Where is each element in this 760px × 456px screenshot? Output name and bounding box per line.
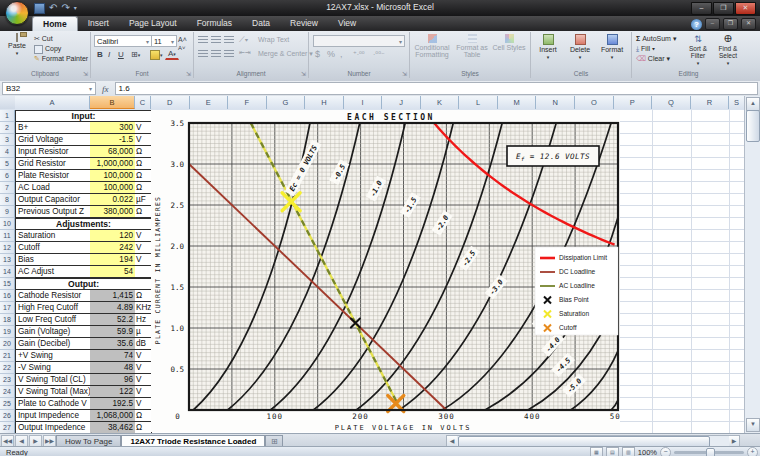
param-unit-cell[interactable]: Hz bbox=[135, 314, 152, 326]
column-header-S[interactable]: S bbox=[729, 96, 745, 109]
column-header-N[interactable]: N bbox=[537, 96, 576, 109]
row-header-9[interactable]: 9 bbox=[0, 206, 15, 218]
row-header-12[interactable]: 12 bbox=[0, 242, 15, 254]
worksheet-grid[interactable]: 1234567891011121314151617181920212223242… bbox=[0, 110, 745, 433]
param-value-cell[interactable]: 192.5 bbox=[90, 398, 136, 410]
indent-icons[interactable]: ⇤⇥ bbox=[239, 49, 251, 57]
row-header-24[interactable]: 24 bbox=[0, 386, 15, 398]
param-label-cell[interactable]: Output Capacitor bbox=[15, 194, 91, 206]
font-name-combo[interactable]: Calibri▾ bbox=[94, 35, 152, 47]
qat-dropdown-icon[interactable]: ▾ bbox=[74, 3, 77, 13]
param-unit-cell[interactable]: V bbox=[135, 386, 152, 398]
column-header-E[interactable]: E bbox=[190, 96, 229, 109]
percent-style-icon[interactable]: % bbox=[327, 49, 335, 59]
param-unit-cell[interactable]: Ω bbox=[135, 410, 152, 422]
param-label-cell[interactable]: Gain (Voltage) bbox=[15, 326, 91, 338]
row-header-10[interactable]: 10 bbox=[0, 218, 15, 230]
undo-icon[interactable]: ↶ bbox=[49, 3, 57, 13]
param-value-cell[interactable]: 68,000 bbox=[90, 146, 136, 158]
param-value-cell[interactable]: 52.2 bbox=[90, 314, 136, 326]
param-label-cell[interactable]: V Swing Total (Max) bbox=[15, 386, 91, 398]
param-unit-cell[interactable]: V bbox=[135, 374, 152, 386]
param-unit-cell[interactable]: KHz bbox=[135, 302, 152, 314]
column-header-C[interactable]: C bbox=[135, 96, 151, 109]
zoom-slider[interactable] bbox=[674, 451, 744, 454]
param-value-cell[interactable]: 96 bbox=[90, 374, 136, 386]
param-value-cell[interactable]: 38,462 bbox=[90, 422, 136, 433]
param-value-cell[interactable]: 100,000 bbox=[90, 170, 136, 182]
font-size-combo[interactable]: 11▾ bbox=[151, 35, 177, 47]
param-label-cell[interactable]: Plate to Cathode V bbox=[15, 398, 91, 410]
param-value-cell[interactable]: 120 bbox=[90, 230, 136, 242]
underline-button[interactable]: U bbox=[115, 49, 127, 61]
column-header-B[interactable]: B bbox=[90, 96, 135, 109]
row-header-11[interactable]: 11 bbox=[0, 230, 15, 242]
row-header-13[interactable]: 13 bbox=[0, 254, 15, 266]
param-value-cell[interactable]: 59.9 bbox=[90, 326, 136, 338]
row-header-26[interactable]: 26 bbox=[0, 410, 15, 422]
param-value-cell[interactable]: 54 bbox=[90, 266, 136, 278]
column-header-I[interactable]: I bbox=[344, 96, 383, 109]
align-top-icon[interactable] bbox=[198, 36, 208, 44]
row-header-4[interactable]: 4 bbox=[0, 146, 15, 158]
param-value-cell[interactable]: 1,415 bbox=[90, 290, 136, 302]
param-label-cell[interactable]: Cutoff bbox=[15, 242, 91, 254]
bold-button[interactable]: B bbox=[94, 49, 106, 61]
tube-curves-chart[interactable]: Ec = 0 VOLTS-0.5-1.0-1.5-2.0-2.5-3.0-3.5… bbox=[151, 110, 620, 432]
row-header-21[interactable]: 21 bbox=[0, 350, 15, 362]
name-box[interactable]: B32▾ bbox=[2, 82, 96, 95]
param-label-cell[interactable]: V Swing Total (CL) bbox=[15, 374, 91, 386]
row-header-27[interactable]: 27 bbox=[0, 422, 15, 433]
param-label-cell[interactable]: Grid Voltage bbox=[15, 134, 91, 146]
help-icon[interactable]: ? bbox=[691, 19, 702, 30]
column-header-L[interactable]: L bbox=[459, 96, 498, 109]
align-left-icon[interactable] bbox=[198, 50, 208, 58]
ribbon-tab-view[interactable]: View bbox=[328, 16, 366, 31]
row-header-18[interactable]: 18 bbox=[0, 314, 15, 326]
page-layout-view-icon[interactable]: ▤ bbox=[606, 447, 619, 456]
param-value-cell[interactable]: 1,068,000 bbox=[90, 410, 136, 422]
section-header-row-15[interactable]: Output: bbox=[15, 278, 152, 290]
param-unit-cell[interactable]: Ω bbox=[135, 170, 152, 182]
fill-color-button[interactable]: ▾ bbox=[147, 49, 166, 61]
column-header-A[interactable]: A bbox=[15, 96, 90, 109]
param-label-cell[interactable]: +V Swing bbox=[15, 350, 91, 362]
param-unit-cell[interactable]: V bbox=[135, 362, 152, 374]
param-value-cell[interactable]: 380,000 bbox=[90, 206, 136, 218]
ribbon-tab-review[interactable]: Review bbox=[280, 16, 328, 31]
ribbon-tab-data[interactable]: Data bbox=[242, 16, 280, 31]
format-cells-button[interactable]: Format▾ bbox=[597, 34, 627, 60]
row-header-22[interactable]: 22 bbox=[0, 362, 15, 374]
column-header-G[interactable]: G bbox=[267, 96, 306, 109]
font-dialog-launcher[interactable]: ⇲ bbox=[186, 70, 191, 77]
param-unit-cell[interactable]: Ω bbox=[135, 206, 152, 218]
zoom-level[interactable]: 100% bbox=[638, 448, 657, 456]
zoom-slider-thumb[interactable] bbox=[706, 448, 715, 456]
param-unit-cell[interactable]: Ω bbox=[135, 290, 152, 302]
param-label-cell[interactable]: Input Resistor bbox=[15, 146, 91, 158]
wrap-text-button[interactable]: Wrap Text bbox=[258, 36, 289, 43]
clear-button[interactable]: ⌫ Clear ▾ bbox=[636, 55, 670, 63]
param-label-cell[interactable]: AC Load bbox=[15, 182, 91, 194]
ribbon-tab-formulas[interactable]: Formulas bbox=[187, 16, 242, 31]
align-middle-icon[interactable] bbox=[211, 36, 221, 44]
column-header-D[interactable]: D bbox=[151, 96, 190, 109]
row-header-7[interactable]: 7 bbox=[0, 182, 15, 194]
row-header-1[interactable]: 1 bbox=[0, 110, 15, 122]
section-header-row-10[interactable]: Adjustments: bbox=[15, 218, 152, 230]
param-unit-cell[interactable]: Ω bbox=[135, 146, 152, 158]
param-value-cell[interactable]: 48 bbox=[90, 362, 136, 374]
row-header-17[interactable]: 17 bbox=[0, 302, 15, 314]
param-value-cell[interactable]: -1.5 bbox=[90, 134, 136, 146]
row-header-14[interactable]: 14 bbox=[0, 266, 15, 278]
row-header-19[interactable]: 19 bbox=[0, 326, 15, 338]
param-label-cell[interactable]: Plate Resistor bbox=[15, 170, 91, 182]
param-unit-cell[interactable]: V bbox=[135, 242, 152, 254]
ribbon-tab-page-layout[interactable]: Page Layout bbox=[119, 16, 187, 31]
param-label-cell[interactable]: Cathode Resistor bbox=[15, 290, 91, 302]
number-dialog-launcher[interactable]: ⇲ bbox=[402, 70, 407, 77]
column-header-M[interactable]: M bbox=[498, 96, 537, 109]
sort-filter-button[interactable]: ⇅ Sort & Filter▾ bbox=[684, 34, 712, 66]
param-label-cell[interactable]: Low Freq Cutoff bbox=[15, 314, 91, 326]
param-label-cell[interactable]: Grid Resistor bbox=[15, 158, 91, 170]
